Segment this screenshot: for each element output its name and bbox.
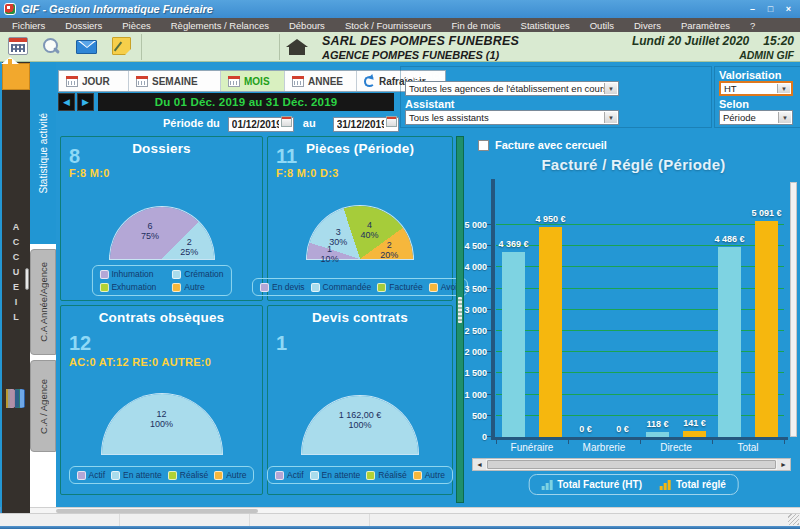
date-picker-icon[interactable]: [281, 116, 292, 127]
chevron-down-icon[interactable]: ▼: [604, 112, 617, 123]
y-axis-tick: [487, 288, 492, 289]
period-button-label: ANNEE: [308, 76, 343, 87]
bar-column: 118 €: [646, 182, 669, 437]
period-range-display: Du 01 Déc. 2019 au 31 Déc. 2019: [98, 93, 394, 111]
period-button-semaine[interactable]: SEMAINE: [129, 71, 221, 91]
resize-grip-icon[interactable]: [788, 514, 799, 525]
legend-item: Actif: [275, 470, 304, 480]
menu-item--[interactable]: ?: [742, 20, 763, 31]
legend-label: Facturée: [389, 282, 423, 292]
bar-column: 5 091 €: [755, 182, 778, 437]
menu-item-paramètres[interactable]: Paramètres: [673, 20, 738, 31]
bar-chart-icon: [541, 480, 552, 490]
selon-select[interactable]: Période ▼: [719, 110, 793, 125]
menu-item-stock-fournisseurs[interactable]: Stock / Fournisseurs: [337, 20, 440, 31]
legend-swatch: [111, 471, 120, 480]
menu-item-pièces[interactable]: Pièces: [114, 20, 159, 31]
pie-segment-label: 220%: [380, 240, 398, 260]
pie-chart: 110%330%440%220%: [307, 206, 413, 259]
valorisation-label: Valorisation: [719, 69, 781, 81]
panel-legend: ActifEn attenteRéaliséAutre: [69, 466, 255, 484]
pie-segment-value: 2: [180, 237, 198, 247]
panel-title: Devis contrats: [268, 310, 452, 325]
legend-swatch: [366, 471, 375, 480]
legend-label: Crémation: [184, 269, 223, 279]
date-picker-icon[interactable]: [386, 116, 397, 127]
sidebar-splitter-grip[interactable]: [25, 268, 29, 290]
legend-swatch: [172, 283, 181, 292]
y-axis-tick-label: 500: [453, 411, 487, 421]
scroll-right-button[interactable]: ►: [777, 459, 790, 470]
title-bar: GIF - Gestion Informatique Funéraire – □…: [0, 0, 800, 18]
selon-label: Selon: [719, 98, 749, 110]
panel-substats: F:8 M:0: [69, 167, 110, 179]
scroll-left-button[interactable]: ◄: [473, 459, 486, 470]
chart-vertical-scrollbar[interactable]: [790, 182, 797, 437]
pie-chart: 675%225%: [110, 207, 214, 259]
legend-swatch: [172, 270, 181, 279]
menu-item-débours[interactable]: Débours: [281, 20, 333, 31]
company-name: SARL DES POMPES FUNEBRES: [322, 34, 519, 48]
pie-segment-value: 4: [360, 220, 378, 230]
agency-name: AGENCE POMPES FUNEBRES (1): [322, 49, 519, 61]
legend-item: Actif: [77, 470, 106, 480]
period-button-jour[interactable]: JOUR: [59, 71, 129, 91]
y-axis-tick: [487, 394, 492, 395]
minimize-button[interactable]: –: [745, 3, 760, 16]
blue-book-icon[interactable]: [20, 389, 25, 408]
menu-item-statistiques[interactable]: Statistiques: [513, 20, 578, 31]
legend-swatch: [77, 471, 86, 480]
next-period-button[interactable]: ▶: [77, 93, 94, 111]
menu-item-divers[interactable]: Divers: [626, 20, 669, 31]
home-button[interactable]: [2, 63, 30, 90]
menu-item-outils[interactable]: Outils: [582, 20, 622, 31]
menu-item-règlements-relances[interactable]: Règlements / Relances: [163, 20, 277, 31]
scrollbar-thumb[interactable]: [487, 460, 776, 469]
legend-swatch: [311, 283, 320, 292]
agence-select[interactable]: Toutes les agences de l'établissement en…: [405, 81, 619, 96]
accueil-letter: C: [2, 250, 30, 265]
panel-title: Contrats obsèques: [61, 310, 262, 325]
au-label: au: [303, 117, 316, 129]
period-button-mois[interactable]: MOIS: [221, 71, 285, 91]
facture-cercueil-checkbox[interactable]: [478, 140, 489, 151]
agence-assistant-filters: Agence Toutes les agences de l'établisse…: [400, 66, 712, 128]
sidebar-tab-1[interactable]: Statistique activité: [30, 62, 56, 244]
menu-item-fin-de-mois[interactable]: Fin de mois: [443, 20, 508, 31]
previous-period-button[interactable]: ◀: [58, 93, 75, 111]
chevron-down-icon[interactable]: ▼: [604, 83, 617, 94]
mail-icon[interactable]: [76, 40, 97, 54]
status-cell: [370, 514, 800, 526]
calendar-icon: [136, 76, 148, 87]
bar-value-label: 118 €: [646, 419, 668, 429]
sidebar-tab-2[interactable]: C.A Année/Agence: [30, 249, 56, 355]
y-axis-tick-label: 5 000: [453, 220, 487, 230]
search-icon[interactable]: [42, 37, 60, 55]
period-button-annee[interactable]: ANNEE: [285, 71, 357, 91]
calendar-icon[interactable]: [8, 37, 28, 55]
pie-segment-percent: 100%: [339, 420, 382, 430]
bar-value-label: 0 €: [579, 424, 592, 434]
bar-facture: [646, 432, 669, 437]
legend-label: En attente: [123, 470, 162, 480]
x-axis-label: Marbrerie: [568, 442, 640, 453]
sidebar-tab-3[interactable]: C.A / Agence: [30, 360, 56, 452]
legend-item: Autre: [413, 470, 445, 480]
notes-icon[interactable]: [112, 37, 131, 55]
panel-devis-contrats: Devis contrats11 162,00 €100%ActifEn att…: [267, 305, 453, 495]
close-button[interactable]: ×: [781, 3, 796, 16]
bar-column: 0 €: [611, 182, 634, 437]
menu-item-fichiers[interactable]: Fichiers: [4, 20, 53, 31]
toolbar: SARL DES POMPES FUNEBRES AGENCE POMPES F…: [0, 32, 800, 62]
vertical-splitter[interactable]: [456, 136, 464, 503]
calendar-icon: [228, 76, 240, 87]
chevron-down-icon[interactable]: ▼: [778, 112, 791, 123]
chart-horizontal-scrollbar[interactable]: ◄ ►: [472, 458, 791, 471]
legend-swatch: [429, 283, 438, 292]
maximize-button[interactable]: □: [763, 3, 778, 16]
menu-item-dossiers[interactable]: Dossiers: [57, 20, 110, 31]
valorisation-select[interactable]: HT ▼: [719, 81, 793, 96]
assistant-select[interactable]: Tous les assistants ▼: [405, 110, 619, 125]
session-info: Lundi 20 Juillet 202015:20 ADMIN GIF: [632, 34, 794, 61]
chevron-down-icon[interactable]: ▼: [777, 84, 790, 93]
